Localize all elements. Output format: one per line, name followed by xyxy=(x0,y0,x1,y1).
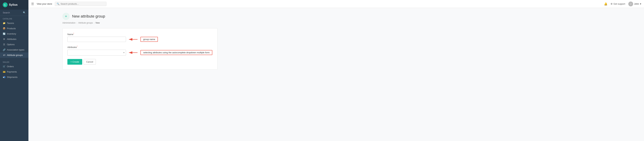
sidebar-logo[interactable]: S Sylius xyxy=(0,0,28,10)
sidebar-item-label: Association types xyxy=(7,48,24,51)
breadcrumb-attribute-groups[interactable]: Attribute groups xyxy=(78,22,93,24)
search-icon: 🔍 xyxy=(57,2,60,5)
sidebar-item-orders[interactable]: 🛒Orders xyxy=(0,64,28,69)
breadcrumb-current: New xyxy=(96,22,100,24)
page-header: + New attribute group xyxy=(62,13,638,20)
breadcrumb-sep-1: › xyxy=(76,22,77,24)
sidebar-item-label: Payments xyxy=(7,70,17,73)
page-title: New attribute group xyxy=(72,14,105,18)
user-chevron-icon: ▾ xyxy=(640,2,641,5)
sidebar-item-options[interactable]: ☰Options xyxy=(0,42,28,47)
svg-text:S: S xyxy=(4,3,6,6)
search-input[interactable] xyxy=(60,2,104,5)
sidebar-item-label: Products xyxy=(7,27,16,30)
sidebar-item-label: Attribute groups xyxy=(7,54,23,56)
association-types-icon: 🔗 xyxy=(3,48,6,51)
sylius-logo-icon: S xyxy=(3,2,8,7)
support-icon: ⚙ xyxy=(610,2,613,5)
sidebar-catalog-items: 📁Taxons📦Products🔄Inventory⚙Attributes☰Op… xyxy=(0,20,28,58)
sidebar-item-attribute-groups[interactable]: 🏷Attribute groups xyxy=(0,52,28,58)
support-label: Get support xyxy=(614,2,625,5)
name-input[interactable] xyxy=(68,37,126,42)
get-support-button[interactable]: ⚙ Get support xyxy=(610,2,625,5)
inventory-icon: 🔄 xyxy=(3,32,6,35)
breadcrumb-administration[interactable]: Administration xyxy=(62,22,76,24)
view-store-link[interactable]: View your store xyxy=(37,2,52,5)
sidebar-item-label: Orders xyxy=(7,65,14,68)
sidebar-search[interactable]: Search 🔍 xyxy=(0,10,28,16)
hamburger-icon[interactable]: ☰ xyxy=(31,2,34,6)
sidebar-item-inventory[interactable]: 🔄Inventory xyxy=(0,31,28,36)
sidebar-item-taxons[interactable]: 📁Taxons xyxy=(0,20,28,26)
sidebar-item-attributes[interactable]: ⚙Attributes xyxy=(0,36,28,42)
topbar-right: 🔔 ⚙ Get support J John ▾ xyxy=(604,1,641,6)
options-icon: ☰ xyxy=(3,43,6,46)
sidebar-item-association-types[interactable]: 🔗Association types xyxy=(0,47,28,52)
sidebar-item-label: Inventory xyxy=(7,32,16,35)
taxons-icon: 📁 xyxy=(3,22,6,24)
breadcrumb: Administration › Attribute groups › New xyxy=(62,22,638,24)
attributes-arrow-icon xyxy=(128,51,138,54)
bell-icon[interactable]: 🔔 xyxy=(604,2,608,5)
attributes-input[interactable] xyxy=(68,50,126,56)
sidebar-item-label: Attributes xyxy=(7,38,16,40)
sidebar-item-label: Taxons xyxy=(7,22,14,24)
form-card: Name* group name Attributes* xyxy=(62,28,218,70)
sidebar-search-label: Search xyxy=(3,11,10,14)
sidebar-logo-text: Sylius xyxy=(9,3,18,6)
name-form-group: Name* group name xyxy=(68,32,212,42)
user-name: John xyxy=(634,2,639,5)
sidebar-item-products[interactable]: 📦Products xyxy=(0,26,28,31)
sidebar-sales-items: 🛒Orders💳Payments📬Shipments xyxy=(0,64,28,80)
form-actions: + Create Cancel xyxy=(68,59,212,65)
cancel-button[interactable]: Cancel xyxy=(84,59,96,65)
shipments-icon: 📬 xyxy=(3,76,6,78)
attributes-icon: ⚙ xyxy=(3,38,6,40)
sidebar-search-icon: 🔍 xyxy=(23,11,26,14)
avatar: J xyxy=(628,1,633,6)
user-menu[interactable]: J John ▾ xyxy=(628,1,641,6)
name-annotation: group name xyxy=(140,37,158,42)
page-header-icon: + xyxy=(62,13,70,20)
sales-section-label: SALES xyxy=(0,59,28,64)
create-button[interactable]: + Create xyxy=(68,59,82,65)
attributes-form-group: Attributes* selecting attributes using t… xyxy=(68,45,212,55)
sidebar-item-payments[interactable]: 💳Payments xyxy=(0,69,28,74)
sidebar-item-label: Shipments xyxy=(7,76,18,78)
products-icon: 📦 xyxy=(3,27,6,30)
orders-icon: 🛒 xyxy=(3,65,6,68)
attributes-label: Attributes* xyxy=(68,45,212,48)
name-arrow-icon xyxy=(128,38,138,41)
topbar: ☰ View your store 🔍 🔔 ⚙ Get support J Jo… xyxy=(28,0,644,8)
payments-icon: 💳 xyxy=(3,70,6,73)
sidebar-item-shipments[interactable]: 📬Shipments xyxy=(0,74,28,80)
attribute-groups-icon: 🏷 xyxy=(3,54,6,56)
search-bar[interactable]: 🔍 xyxy=(55,2,106,6)
name-label: Name* xyxy=(68,32,212,36)
breadcrumb-sep-2: › xyxy=(94,22,94,24)
catalog-section-label: CATALOG xyxy=(0,16,28,20)
sidebar-item-label: Options xyxy=(7,43,15,46)
main-content: + New attribute group Administration › A… xyxy=(57,8,644,141)
attributes-annotation: selecting attributes using the autocompl… xyxy=(140,50,212,55)
sidebar: S Sylius Search 🔍 CATALOG 📁Taxons📦Produc… xyxy=(0,0,28,141)
